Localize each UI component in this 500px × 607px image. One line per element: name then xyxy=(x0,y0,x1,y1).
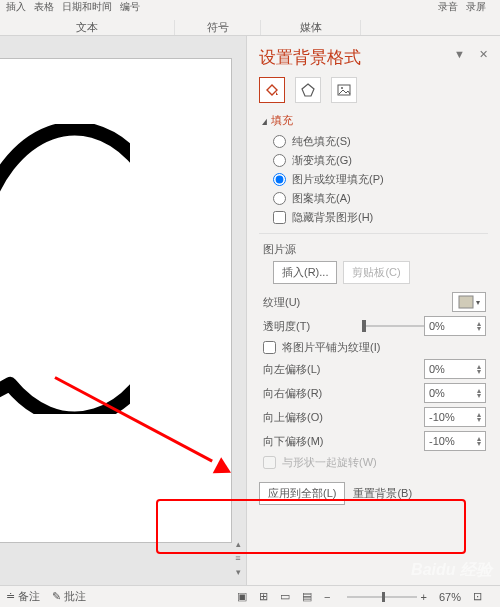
slide-workspace[interactable] xyxy=(0,36,246,585)
ribbon-top: 插入 表格 日期和时间 编号 录音 录屏 xyxy=(0,0,500,20)
fill-pattern[interactable]: 图案填充(A) xyxy=(273,191,488,206)
fill-mode-icon[interactable] xyxy=(259,77,285,103)
pane-close-icon[interactable]: ✕ xyxy=(479,48,488,61)
picture-mode-icon[interactable] xyxy=(331,77,357,103)
apply-to-all-button[interactable]: 应用到全部(L) xyxy=(259,482,345,505)
offset-down-value[interactable]: -10%▴▾ xyxy=(424,431,486,451)
texture-picker[interactable]: ▾ xyxy=(452,292,486,312)
slide-nav-buttons: ▴ ≡ ▾ xyxy=(231,60,245,577)
slideshow-view-icon[interactable]: ▤ xyxy=(302,590,312,603)
transparency-slider[interactable] xyxy=(362,316,424,336)
status-bar: ≐ 备注 ✎ 批注 ▣ ⊞ ▭ ▤ − + 67% ⊡ xyxy=(0,585,500,607)
svg-marker-0 xyxy=(302,84,314,96)
fill-solid[interactable]: 纯色填充(S) xyxy=(273,134,488,149)
svg-rect-3 xyxy=(459,296,473,308)
transparency-row: 透明度(T) 0%▴▾ xyxy=(263,316,486,336)
section-fill[interactable]: 填充 xyxy=(261,113,488,128)
prev-slide-icon[interactable]: ▴ xyxy=(236,539,241,549)
rotate-with-check: 与形状一起旋转(W) xyxy=(263,455,488,470)
pane-options-icon[interactable]: ▼ xyxy=(454,48,465,61)
offset-up-row: 向上偏移(O) -10%▴▾ xyxy=(263,407,486,427)
fit-window-icon[interactable]: ⊡ xyxy=(473,590,482,603)
clipboard-button: 剪贴板(C) xyxy=(343,261,409,284)
pane-mode-bar xyxy=(259,77,488,103)
texture-row: 纹理(U) ▾ xyxy=(263,292,486,312)
notes-button[interactable]: ≐ 备注 xyxy=(6,589,40,604)
zoom-in-button[interactable]: + xyxy=(421,591,427,603)
offset-left-row: 向左偏移(L) 0%▴▾ xyxy=(263,359,486,379)
transparency-value[interactable]: 0%▴▾ xyxy=(424,316,486,336)
zoom-out-button[interactable]: − xyxy=(324,591,330,603)
pic-source-label: 图片源 xyxy=(263,242,488,257)
offset-right-value[interactable]: 0%▴▾ xyxy=(424,383,486,403)
slide-jump-icon[interactable]: ≡ xyxy=(235,553,240,563)
format-background-pane: ▼ ✕ 设置背景格式 填充 纯色填充(S) 渐变填充(G) 图片或纹理填充(P)… xyxy=(246,36,500,585)
zoom-slider[interactable] xyxy=(347,596,417,598)
insert-picture-button[interactable]: 插入(R)... xyxy=(273,261,337,284)
offset-down-row: 向下偏移(M) -10%▴▾ xyxy=(263,431,486,451)
ribbon-group-media: 媒体 xyxy=(261,20,361,35)
reset-background-link[interactable]: 重置背景(B) xyxy=(353,486,412,501)
reading-view-icon[interactable]: ▭ xyxy=(280,590,290,603)
sorter-view-icon[interactable]: ⊞ xyxy=(259,590,268,603)
zoom-value[interactable]: 67% xyxy=(439,591,461,603)
tile-check[interactable]: 将图片平铺为纹理(I) xyxy=(263,340,488,355)
hide-bg-check[interactable]: 隐藏背景图形(H) xyxy=(273,210,488,225)
ribbon-group-text: 文本 xyxy=(0,20,175,35)
fill-gradient[interactable]: 渐变填充(G) xyxy=(273,153,488,168)
comments-button[interactable]: ✎ 批注 xyxy=(52,589,86,604)
offset-left-value[interactable]: 0%▴▾ xyxy=(424,359,486,379)
speech-bubble-shape xyxy=(0,124,130,414)
next-slide-icon[interactable]: ▾ xyxy=(236,567,241,577)
offset-up-value[interactable]: -10%▴▾ xyxy=(424,407,486,427)
effects-mode-icon[interactable] xyxy=(295,77,321,103)
slide-canvas[interactable] xyxy=(0,58,232,543)
ribbon-groups: 文本 符号 媒体 xyxy=(0,20,500,36)
svg-point-2 xyxy=(341,87,343,89)
ribbon-group-symbols: 符号 xyxy=(175,20,261,35)
fill-picture[interactable]: 图片或纹理填充(P) xyxy=(273,172,488,187)
normal-view-icon[interactable]: ▣ xyxy=(237,590,247,603)
offset-right-row: 向右偏移(R) 0%▴▾ xyxy=(263,383,486,403)
